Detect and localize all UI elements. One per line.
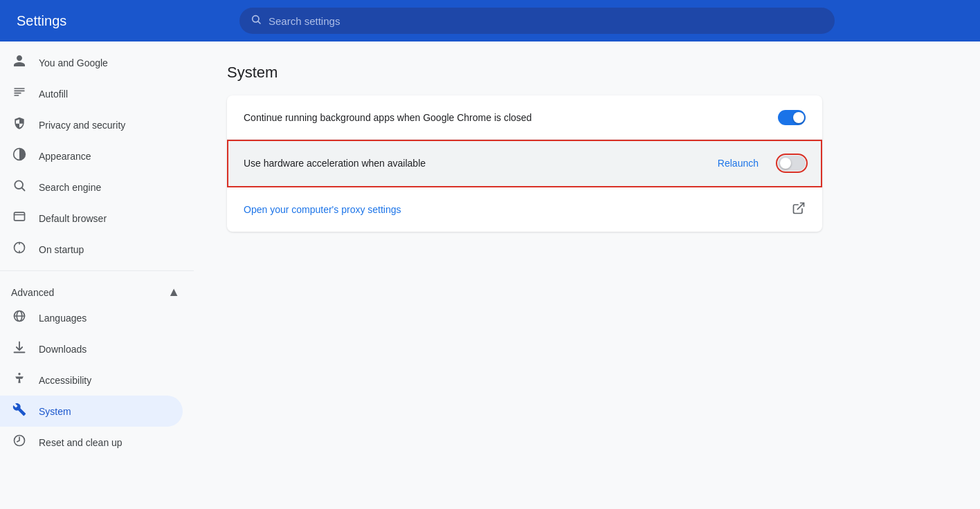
- sidebar-label: Accessibility: [39, 375, 91, 386]
- setting-controls-proxy: [792, 201, 806, 219]
- sidebar-item-autofill[interactable]: Autofill: [0, 78, 183, 109]
- search-bar[interactable]: Search settings: [239, 8, 835, 34]
- toggle-background-apps[interactable]: [778, 110, 806, 125]
- autofill-icon: [11, 85, 28, 102]
- sidebar-item-default-browser[interactable]: Default browser: [0, 203, 183, 234]
- divider: [0, 270, 194, 271]
- setting-row-proxy-settings: Open your computer's proxy settings: [227, 187, 822, 232]
- sidebar-label: Languages: [39, 313, 87, 324]
- sidebar-label: Reset and clean up: [39, 437, 122, 448]
- reset-icon: [11, 434, 28, 451]
- page-title: System: [227, 64, 947, 82]
- accessibility-icon: [11, 371, 28, 389]
- svg-line-16: [797, 203, 804, 209]
- sidebar-label: Search engine: [39, 182, 101, 193]
- setting-text-hardware-acceleration: Use hardware acceleration when available: [244, 158, 709, 169]
- sidebar-item-you-and-google[interactable]: You and Google: [0, 47, 183, 78]
- sidebar-item-on-startup[interactable]: On startup: [0, 234, 183, 265]
- sidebar-item-reset-and-clean-up[interactable]: Reset and clean up: [0, 427, 183, 458]
- sidebar-label: You and Google: [39, 57, 108, 68]
- shield-icon: [11, 116, 28, 133]
- toggle-thumb: [780, 158, 791, 169]
- sidebar-label: Privacy and security: [39, 120, 125, 131]
- sidebar-item-accessibility[interactable]: Accessibility: [0, 364, 183, 396]
- sidebar-item-languages[interactable]: Languages: [0, 302, 183, 333]
- main-content: System Continue running background apps …: [194, 41, 980, 509]
- sidebar-item-system[interactable]: System: [0, 396, 183, 427]
- proxy-link[interactable]: Open your computer's proxy settings: [244, 204, 401, 215]
- sidebar-label: System: [39, 406, 71, 417]
- sidebar-item-appearance[interactable]: Appearance: [0, 140, 183, 172]
- appearance-icon: [11, 147, 28, 165]
- search-placeholder: Search settings: [269, 15, 340, 27]
- sidebar: You and Google Autofill Privacy and secu…: [0, 41, 194, 509]
- sidebar-item-privacy-and-security[interactable]: Privacy and security: [0, 109, 183, 140]
- advanced-label: Advanced: [11, 287, 54, 298]
- app-title: Settings: [17, 13, 100, 29]
- search-icon: [251, 14, 262, 28]
- download-icon: [11, 340, 28, 358]
- advanced-section-header[interactable]: Advanced ▲: [0, 277, 194, 302]
- sidebar-label: Downloads: [39, 344, 87, 355]
- svg-point-14: [18, 373, 20, 375]
- search-engine-icon: [11, 178, 28, 196]
- svg-rect-5: [15, 212, 25, 221]
- external-link-icon: [792, 201, 806, 219]
- globe-icon: [11, 309, 28, 326]
- sidebar-label: On startup: [39, 244, 84, 255]
- settings-card: Continue running background apps when Go…: [227, 95, 822, 232]
- sidebar-label: Default browser: [39, 213, 107, 224]
- setting-text-background-apps: Continue running background apps when Go…: [244, 112, 778, 123]
- setting-controls-hardware: Relaunch: [709, 152, 806, 174]
- sidebar-label: Appearance: [39, 151, 91, 162]
- sidebar-item-downloads[interactable]: Downloads: [0, 333, 183, 364]
- header: Settings Search settings: [0, 0, 980, 41]
- relaunch-button[interactable]: Relaunch: [709, 152, 767, 174]
- chevron-up-icon: ▲: [167, 285, 180, 299]
- person-icon: [11, 54, 28, 71]
- main-layout: You and Google Autofill Privacy and secu…: [0, 41, 980, 509]
- setting-text-proxy: Open your computer's proxy settings: [244, 204, 792, 215]
- browser-icon: [11, 210, 28, 227]
- sidebar-label: Autofill: [39, 89, 68, 100]
- toggle-thumb: [793, 112, 804, 123]
- startup-icon: [11, 241, 28, 258]
- toggle-hardware-acceleration[interactable]: [778, 156, 806, 171]
- setting-row-hardware-acceleration: Use hardware acceleration when available…: [227, 140, 822, 187]
- svg-line-4: [22, 188, 25, 191]
- setting-controls: [778, 110, 806, 125]
- svg-line-1: [258, 21, 260, 24]
- setting-row-background-apps: Continue running background apps when Go…: [227, 95, 822, 140]
- system-icon: [11, 402, 28, 420]
- sidebar-item-search-engine[interactable]: Search engine: [0, 172, 183, 203]
